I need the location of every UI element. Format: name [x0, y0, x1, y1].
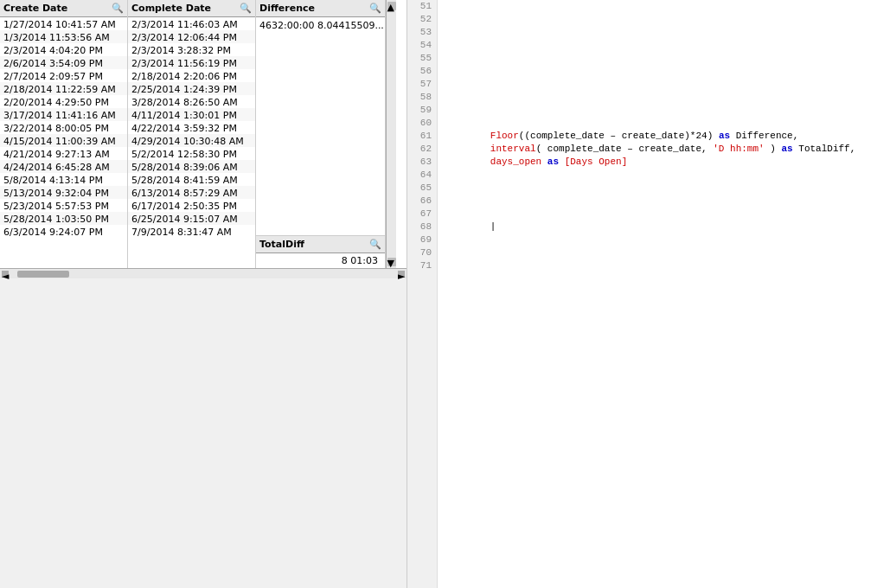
totaldiff-section: TotalDiff 🔍 8 01:03: [256, 235, 385, 268]
line-number: 71: [413, 259, 432, 272]
list-item: 2/7/2014 2:09:57 PM: [0, 69, 127, 82]
line-number: 63: [413, 156, 432, 169]
list-item: 6/25/2014 9:15:07 AM: [128, 212, 255, 225]
list-item: 6/3/2014 9:24:07 PM: [0, 225, 127, 238]
totaldiff-label: TotalDiff: [259, 239, 304, 250]
code-line: [445, 91, 870, 104]
code-line: [445, 78, 870, 91]
line-number: 60: [413, 117, 432, 130]
line-number: 64: [413, 169, 432, 182]
code-line: interval( complete_date – create_date, '…: [445, 143, 870, 156]
line-number: 57: [413, 78, 432, 91]
list-item: 6/13/2014 8:57:29 AM: [128, 186, 255, 199]
list-item: 2/3/2014 3:28:32 PM: [128, 43, 255, 56]
list-item: 2/3/2014 12:06:44 PM: [128, 30, 255, 43]
difference-totaldiff-column: Difference 🔍 4632:00:00 8.04415509... To…: [256, 0, 386, 268]
code-content[interactable]: Floor((complete_date – create_date)*24) …: [438, 0, 877, 588]
code-line: [445, 39, 870, 52]
list-item: 3/22/2014 8:00:05 PM: [0, 121, 127, 134]
code-line: [445, 117, 870, 130]
complete-date-search-icon[interactable]: 🔍: [240, 3, 252, 14]
difference-value: 4632:00:00 8.04415509...: [256, 17, 385, 30]
line-number: 55: [413, 52, 432, 65]
difference-header: Difference 🔍: [256, 0, 385, 17]
list-item: 2/3/2014 11:56:19 PM: [128, 56, 255, 69]
list-item: 2/3/2014 11:46:03 AM: [128, 17, 255, 30]
totaldiff-search-icon[interactable]: 🔍: [369, 239, 381, 250]
totaldiff-header: TotalDiff 🔍: [256, 236, 385, 253]
vertical-scrollbar[interactable]: ▲ ▼: [386, 0, 396, 268]
code-line: [445, 246, 870, 259]
list-item: 1/27/2014 10:41:57 AM: [0, 17, 127, 30]
list-item: 4/29/2014 10:30:48 AM: [128, 134, 255, 147]
list-item: 4/15/2014 11:00:39 AM: [0, 134, 127, 147]
list-item: 5/2/2014 12:58:30 PM: [128, 147, 255, 160]
list-item: 4/22/2014 3:59:32 PM: [128, 121, 255, 134]
line-number: 54: [413, 39, 432, 52]
difference-search-icon[interactable]: 🔍: [369, 3, 381, 14]
line-number: 65: [413, 182, 432, 195]
difference-gap: [256, 30, 385, 235]
code-line: [445, 104, 870, 117]
code-line: [445, 233, 870, 246]
difference-label: Difference: [259, 3, 315, 14]
code-line: [445, 0, 870, 13]
code-editor[interactable]: 5152535455565758596061626364656667686970…: [407, 0, 877, 588]
create-date-header: Create Date 🔍: [0, 0, 127, 17]
code-line: Floor((complete_date – create_date)*24) …: [445, 130, 870, 143]
code-editor-panel: 5152535455565758596061626364656667686970…: [406, 0, 877, 588]
list-item: 4/24/2014 6:45:28 AM: [0, 160, 127, 173]
create-date-label: Create Date: [3, 3, 67, 14]
line-number: 67: [413, 208, 432, 220]
list-item: 5/8/2014 4:13:14 PM: [0, 173, 127, 186]
code-line: [445, 208, 870, 220]
list-item: 4/11/2014 1:30:01 PM: [128, 108, 255, 121]
scroll-left-arrow[interactable]: ◄: [2, 271, 9, 278]
list-item: 2/18/2014 11:22:59 AM: [0, 82, 127, 95]
code-line: [445, 259, 870, 272]
line-number: 68: [413, 220, 432, 233]
left-panel: Create Date 🔍 1/27/2014 10:41:57 AM1/3/2…: [0, 0, 406, 588]
totaldiff-value: 8 01:03: [256, 253, 385, 268]
line-number: 69: [413, 233, 432, 246]
scroll-right-arrow[interactable]: ►: [398, 271, 405, 278]
scroll-up-arrow[interactable]: ▲: [387, 2, 396, 10]
h-scroll-thumb[interactable]: [17, 271, 69, 278]
code-line: [445, 169, 870, 182]
scroll-down-arrow[interactable]: ▼: [387, 258, 396, 266]
app-wrapper: Create Date 🔍 1/27/2014 10:41:57 AM1/3/2…: [0, 0, 877, 588]
list-item: 3/17/2014 11:41:16 AM: [0, 108, 127, 121]
code-line: [445, 195, 870, 208]
list-item: 5/28/2014 8:41:59 AM: [128, 173, 255, 186]
line-numbers: 5152535455565758596061626364656667686970…: [407, 0, 438, 588]
list-item: 2/6/2014 3:54:09 PM: [0, 56, 127, 69]
complete-date-column: Complete Date 🔍 2/3/2014 11:46:03 AM2/3/…: [128, 0, 256, 268]
line-number: 51: [413, 0, 432, 13]
create-date-search-icon[interactable]: 🔍: [112, 3, 124, 14]
code-line: [445, 13, 870, 26]
code-line: [445, 26, 870, 39]
line-number: 70: [413, 246, 432, 259]
line-number: 61: [413, 130, 432, 143]
code-line: |: [445, 220, 870, 233]
code-line: [445, 182, 870, 195]
horizontal-scrollbar[interactable]: ◄ ►: [0, 268, 406, 278]
table-area: Create Date 🔍 1/27/2014 10:41:57 AM1/3/2…: [0, 0, 406, 268]
line-number: 66: [413, 195, 432, 208]
list-item: 7/9/2014 8:31:47 AM: [128, 225, 255, 238]
line-number: 53: [413, 26, 432, 39]
line-number: 62: [413, 143, 432, 156]
list-item: 3/28/2014 8:26:50 AM: [128, 95, 255, 108]
list-item: 6/17/2014 2:50:35 PM: [128, 199, 255, 212]
list-item: 2/18/2014 2:20:06 PM: [128, 69, 255, 82]
list-item: 1/3/2014 11:53:56 AM: [0, 30, 127, 43]
line-number: 59: [413, 104, 432, 117]
complete-date-body[interactable]: 2/3/2014 11:46:03 AM2/3/2014 12:06:44 PM…: [128, 17, 255, 268]
create-date-body[interactable]: 1/27/2014 10:41:57 AM1/3/2014 11:53:56 A…: [0, 17, 127, 268]
list-item: 5/23/2014 5:57:53 PM: [0, 199, 127, 212]
line-number: 52: [413, 13, 432, 26]
line-number: 56: [413, 65, 432, 78]
line-number: 58: [413, 91, 432, 104]
list-item: 2/20/2014 4:29:50 PM: [0, 95, 127, 108]
list-item: 2/3/2014 4:04:20 PM: [0, 43, 127, 56]
